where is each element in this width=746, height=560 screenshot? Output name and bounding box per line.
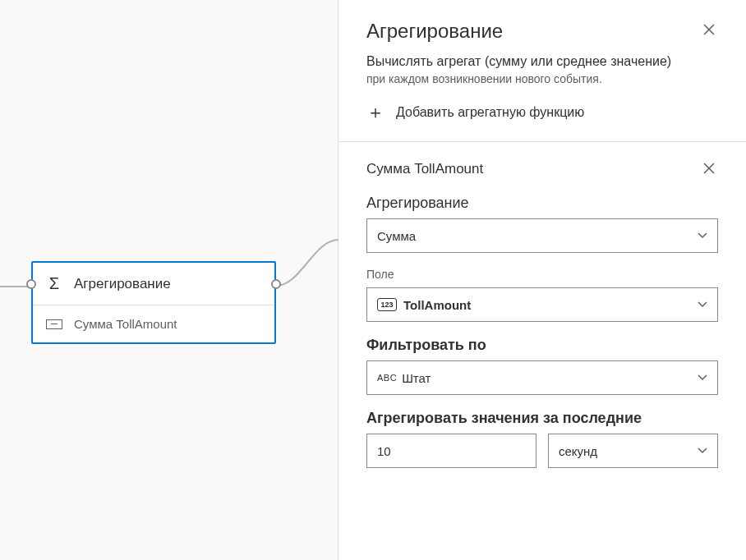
- window-value-input[interactable]: 10: [366, 434, 536, 468]
- number-type-icon: 123: [377, 298, 397, 311]
- chevron-down-icon: [698, 232, 707, 239]
- close-panel-button[interactable]: [700, 20, 718, 41]
- node-item-label: Сумма TollAmount: [74, 317, 177, 331]
- string-type-icon: ABC: [377, 373, 397, 383]
- add-aggregate-button[interactable]: ＋ Добавить агрегатную функцию: [338, 85, 746, 141]
- field-select[interactable]: 123 TollAmount: [366, 287, 718, 322]
- aggregation-label: Агрегирование: [366, 195, 718, 212]
- node-body[interactable]: Сумма TollAmount: [33, 305, 274, 342]
- node-title: Агрегирование: [74, 276, 171, 292]
- input-port[interactable]: [26, 279, 36, 289]
- sigma-icon: Σ: [44, 274, 64, 293]
- chevron-down-icon: [698, 448, 707, 454]
- filter-label: Фильтровать по: [366, 337, 718, 354]
- section-title: Сумма TollAmount: [366, 161, 483, 177]
- properties-panel: Агрегирование Вычислять агрегат (сумму и…: [338, 0, 746, 560]
- aggregate-section: Сумма TollAmount Агрегирование Сумма Пол…: [338, 142, 746, 489]
- node-header[interactable]: Σ Агрегирование: [33, 263, 274, 305]
- canvas-area: Σ Агрегирование Сумма TollAmount: [0, 0, 338, 560]
- add-aggregate-label: Добавить агрегатную функцию: [396, 105, 584, 120]
- aggregation-field-group: Агрегирование Сумма: [366, 195, 718, 253]
- window-unit-value: секунд: [559, 444, 597, 458]
- desc-sub: при каждом возникновении нового события.: [366, 72, 718, 85]
- window-unit-select[interactable]: секунд: [548, 434, 718, 468]
- connector-right: [276, 238, 338, 287]
- field-label: Поле: [366, 268, 718, 281]
- output-port[interactable]: [271, 279, 281, 289]
- chevron-down-icon: [698, 374, 707, 381]
- field-value: TollAmount: [403, 298, 471, 312]
- field-field-group: Поле 123 TollAmount: [366, 268, 718, 322]
- panel-header: Агрегирование: [338, 0, 746, 49]
- desc-main: Вычислять агрегат (сумму или среднее зна…: [366, 54, 718, 69]
- plus-icon: ＋: [366, 103, 385, 122]
- filter-select[interactable]: ABC Штат: [366, 360, 718, 395]
- field-rect-icon: [44, 319, 64, 330]
- aggregation-value: Сумма: [377, 229, 416, 243]
- window-value: 10: [377, 444, 391, 458]
- aggregation-select[interactable]: Сумма: [366, 218, 718, 253]
- window-label: Агрегировать значения за последние: [366, 410, 718, 427]
- filter-value: Штат: [402, 371, 431, 385]
- window-field-group: Агрегировать значения за последние 10 се…: [366, 410, 718, 468]
- aggregation-node[interactable]: Σ Агрегирование Сумма TollAmount: [31, 261, 276, 344]
- chevron-down-icon: [698, 301, 707, 308]
- filter-field-group: Фильтровать по ABC Штат: [366, 337, 718, 395]
- remove-aggregate-button[interactable]: [700, 158, 718, 180]
- section-header: Сумма TollAmount: [366, 158, 718, 180]
- close-icon: [703, 163, 715, 174]
- close-icon: [703, 24, 715, 35]
- panel-description: Вычислять агрегат (сумму или среднее зна…: [338, 49, 746, 85]
- panel-title: Агрегирование: [366, 20, 503, 43]
